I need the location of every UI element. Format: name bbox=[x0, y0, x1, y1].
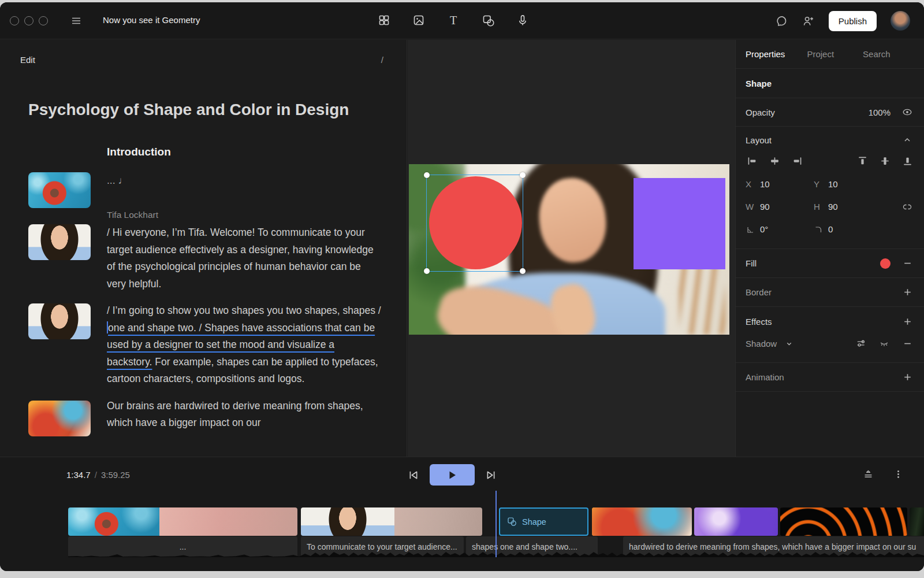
height-input[interactable]: 90 bbox=[828, 202, 882, 212]
timeline-clip-dark[interactable] bbox=[910, 507, 924, 536]
tab-search[interactable]: Search bbox=[863, 49, 891, 59]
image-icon[interactable] bbox=[412, 14, 425, 27]
timeline-clip-intro[interactable] bbox=[68, 507, 297, 536]
pause-marker[interactable]: ... ♩ bbox=[107, 172, 381, 208]
rotation-input[interactable]: 0° bbox=[760, 224, 814, 234]
selection-box[interactable] bbox=[426, 175, 523, 272]
visibility-eye-icon[interactable] bbox=[901, 106, 914, 118]
speaker-name[interactable]: Tifa Lockhart bbox=[107, 209, 381, 220]
section-heading[interactable]: Introduction bbox=[107, 146, 407, 158]
height-label: H bbox=[814, 202, 828, 212]
paragraph-text[interactable]: / I’m going to show you two shapes you t… bbox=[107, 305, 381, 316]
timeline-expand-icon[interactable] bbox=[862, 468, 874, 480]
align-left-icon[interactable] bbox=[746, 154, 758, 167]
add-animation-icon[interactable] bbox=[901, 371, 914, 384]
playhead[interactable] bbox=[495, 491, 497, 557]
project-title[interactable]: Now you see it Geometry bbox=[103, 15, 200, 25]
align-top-icon[interactable] bbox=[856, 154, 869, 167]
zoom-window-button[interactable] bbox=[39, 16, 48, 25]
corner-radius-icon bbox=[814, 225, 828, 234]
scene-thumbnail-pool[interactable] bbox=[28, 172, 91, 208]
y-input[interactable]: 10 bbox=[828, 179, 882, 189]
properties-panel: Properties Project Search Shape Opacity … bbox=[735, 40, 924, 457]
tab-project[interactable]: Project bbox=[807, 49, 834, 59]
align-bottom-icon[interactable] bbox=[901, 154, 914, 167]
y-label: Y bbox=[814, 179, 828, 189]
x-label: X bbox=[746, 179, 760, 189]
top-bar: Now you see it Geometry T Publish bbox=[0, 2, 924, 39]
skip-forward-icon[interactable] bbox=[484, 468, 498, 482]
x-input[interactable]: 10 bbox=[760, 179, 814, 189]
current-time: 1:34.7 bbox=[66, 470, 91, 480]
width-label: W bbox=[746, 202, 760, 212]
transcript-paragraph[interactable]: / I’m going to show you two shapes you t… bbox=[107, 302, 381, 388]
add-effect-icon[interactable] bbox=[901, 315, 914, 328]
user-avatar[interactable] bbox=[891, 11, 910, 31]
timeline-clip-purple[interactable] bbox=[694, 507, 778, 536]
video-preview[interactable] bbox=[409, 164, 729, 335]
add-border-icon[interactable] bbox=[901, 286, 914, 299]
remove-shadow-icon[interactable] bbox=[901, 337, 914, 350]
timeline-clip-welcome[interactable] bbox=[301, 507, 482, 536]
resize-handle-bottom-right[interactable] bbox=[520, 268, 526, 274]
timecode-display: 1:34.7/3:59.25 bbox=[66, 470, 130, 480]
scene-thumbnail-paint[interactable] bbox=[28, 401, 91, 436]
tab-properties[interactable]: Properties bbox=[746, 49, 785, 59]
align-vertical-center-icon[interactable] bbox=[878, 154, 891, 167]
slash-marker: / bbox=[381, 55, 383, 65]
align-right-icon[interactable] bbox=[791, 154, 803, 167]
shadow-hide-eye-icon[interactable] bbox=[878, 337, 891, 350]
layout-grid-icon[interactable] bbox=[378, 14, 390, 27]
resize-handle-bottom-left[interactable] bbox=[424, 268, 430, 274]
script-editor-panel: Edit / Psychology of Shape and Color in … bbox=[0, 40, 407, 457]
corner-radius-input[interactable]: 0 bbox=[828, 224, 882, 234]
fill-label: Fill bbox=[746, 258, 757, 268]
skip-back-icon[interactable] bbox=[407, 468, 420, 482]
app-window: Now you see it Geometry T Publish bbox=[0, 2, 924, 571]
publish-button[interactable]: Publish bbox=[829, 11, 877, 31]
timeline-shape-clip-selected[interactable]: Shape bbox=[499, 507, 588, 536]
composition-title[interactable]: Psychology of Shape and Color in Design bbox=[28, 101, 407, 119]
timeline-more-options-icon[interactable] bbox=[892, 468, 904, 480]
play-button[interactable] bbox=[430, 464, 475, 486]
menu-icon[interactable] bbox=[70, 14, 83, 27]
shadow-dropdown-chevron-icon[interactable] bbox=[783, 337, 795, 350]
shadow-effect-label[interactable]: Shadow bbox=[746, 339, 777, 349]
border-label: Border bbox=[746, 287, 772, 297]
transcript-block: Our brains are hardwired to derive meani… bbox=[28, 398, 381, 436]
opacity-value[interactable]: 100% bbox=[869, 108, 891, 117]
collapse-chevron-icon[interactable] bbox=[901, 134, 914, 146]
text-icon[interactable]: T bbox=[447, 14, 460, 27]
shadow-settings-sliders-icon[interactable] bbox=[855, 337, 867, 350]
purple-square-shape[interactable] bbox=[634, 178, 725, 269]
resize-handle-top-left[interactable] bbox=[424, 172, 430, 178]
align-horizontal-center-icon[interactable] bbox=[768, 154, 781, 167]
window-controls bbox=[10, 16, 48, 25]
remove-fill-icon[interactable] bbox=[901, 257, 914, 270]
shape-icon[interactable] bbox=[482, 14, 494, 27]
transcript-block: ... ♩ bbox=[28, 172, 381, 208]
minimize-window-button[interactable] bbox=[24, 16, 33, 25]
width-input[interactable]: 90 bbox=[760, 202, 814, 212]
resize-handle-top-right[interactable] bbox=[520, 172, 526, 178]
comments-icon[interactable] bbox=[776, 14, 788, 27]
animation-label: Animation bbox=[746, 372, 784, 382]
timeline-area: 1:34.7/3:59.25 bbox=[0, 457, 924, 571]
fill-color-swatch[interactable] bbox=[880, 258, 891, 269]
transcript-paragraph[interactable]: Our brains are hardwired to derive meani… bbox=[107, 398, 381, 436]
microphone-icon[interactable] bbox=[516, 14, 529, 27]
scene-thumbnail-speaker[interactable] bbox=[28, 303, 91, 339]
effects-label: Effects bbox=[746, 317, 772, 327]
scene-thumbnail-speaker[interactable] bbox=[28, 224, 91, 260]
link-dimensions-icon[interactable] bbox=[901, 201, 914, 213]
add-collaborator-icon[interactable] bbox=[802, 14, 815, 27]
edit-mode-label: Edit bbox=[20, 55, 35, 65]
preview-canvas[interactable] bbox=[408, 40, 735, 457]
selected-element-header: Shape bbox=[736, 69, 924, 98]
layout-label: Layout bbox=[746, 135, 772, 145]
timeline-clip-paint[interactable] bbox=[592, 507, 692, 536]
timeline-clip-lava[interactable] bbox=[780, 507, 907, 536]
close-window-button[interactable] bbox=[10, 16, 19, 25]
transcript-paragraph[interactable]: / Hi everyone, I’m Tifa. Welcome! To com… bbox=[107, 224, 381, 292]
total-duration: 3:59.25 bbox=[101, 470, 130, 480]
